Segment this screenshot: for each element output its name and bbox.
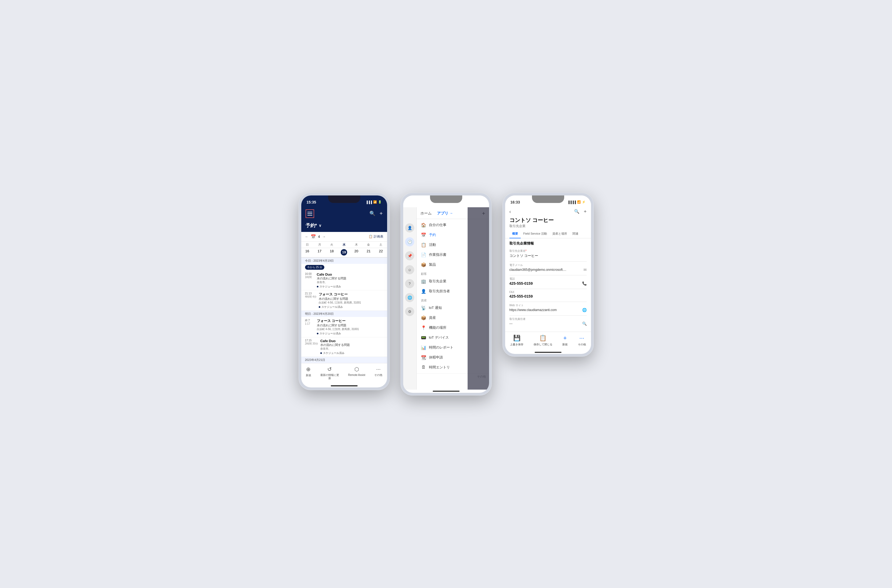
nav-refresh-button[interactable]: ↺ 最新の情報に更新 xyxy=(320,366,339,380)
booking-item[interactable]: 21:13 4時間 4分 フォース コーヒー 水の流れに関する問題 白浜町 4-… xyxy=(301,290,387,311)
email-icon[interactable]: ✉ xyxy=(584,268,587,272)
booking-item[interactable]: 終了 1:17 フォース コーヒー 水の流れに関する問題 白浜町 4-56, 江… xyxy=(301,317,387,337)
nav-new-button[interactable]: ⊕ 新規 xyxy=(306,366,311,380)
menu-item-label: 自分の仕事 xyxy=(429,222,446,227)
title-chevron-icon[interactable]: ∨ xyxy=(319,224,321,228)
phone3-screen: 16:33 ▐▐▐▐ 📶 ⚡ ‹ 🔍 + コントソ コーヒー 取引先企業 xyxy=(505,195,591,354)
add-icon[interactable]: + xyxy=(584,209,587,214)
field-email: 電子メール claudiam365@pmgdemo.onmicrosoft...… xyxy=(509,263,587,272)
calendar-view-toggle[interactable]: 📋 計画表 xyxy=(369,234,383,239)
home-link[interactable]: ホーム xyxy=(420,211,432,216)
sidebar-globe-icon[interactable]: 🌐 xyxy=(405,293,414,302)
booking-time: 終了 1:17 xyxy=(305,318,315,335)
sidebar-smile-icon[interactable]: ☺ xyxy=(405,265,414,274)
leave-menu-icon: 📆 xyxy=(421,355,426,360)
phone3-notch xyxy=(532,195,564,203)
phone3-wifi-icon: 📶 xyxy=(577,200,581,204)
more-button[interactable]: ··· その他 xyxy=(578,334,586,346)
tab-overview[interactable]: 概要 xyxy=(509,230,521,238)
field-label-account-name: 取引先企業名* xyxy=(509,249,587,253)
sidebar-user-icon[interactable]: 👤 xyxy=(405,224,414,232)
sidebar-pin-icon[interactable]: 📌 xyxy=(405,251,414,260)
header-actions: 🔍 + xyxy=(574,209,587,214)
tab-related[interactable]: 関連 xyxy=(570,230,581,238)
account-name: コントソ コーヒー xyxy=(509,217,587,224)
calendar-nav: ← 📅 4 → 📋 計画表 xyxy=(301,232,387,242)
website-icon[interactable]: 🌐 xyxy=(582,308,587,312)
phone2-frame: 👤 🕐 📌 ☺ ? 🌐 ⚙ ホーム アプリ → xyxy=(401,193,492,396)
menu-item-label: 時間エントリ xyxy=(429,365,450,370)
search-icon[interactable]: 🔍 xyxy=(574,209,580,214)
field-value-fax: 425-555-0159 xyxy=(509,294,587,298)
home-indicator xyxy=(331,385,357,386)
calendar-prev-button[interactable]: ← xyxy=(305,235,308,238)
divider xyxy=(509,289,587,289)
dark-overlay xyxy=(468,207,489,390)
date-20[interactable]: 20 xyxy=(350,249,362,255)
calendar-icon: 📅 xyxy=(311,234,316,239)
phone2-menu-screen: 👤 🕐 📌 ☺ ? 🌐 ⚙ ホーム アプリ → xyxy=(403,207,489,390)
phone2-home-indicator xyxy=(433,391,460,392)
menu-item-label: 作業指示書 xyxy=(429,252,446,257)
field-value-phone: 425-555-0159 📞 xyxy=(509,281,587,285)
field-value-website: https://www.claudiamazzanti.com 🌐 xyxy=(509,308,587,312)
sidebar-help-icon[interactable]: ? xyxy=(405,279,414,288)
booking-item[interactable]: 16:00 1時間 Cafe Duo 水の流れに関する問題 奈良市, スケジュー… xyxy=(301,271,387,290)
location-menu-icon: 📍 xyxy=(421,325,426,330)
phone1-battery-icon: 🔋 xyxy=(378,200,382,204)
date-17[interactable]: 17 xyxy=(313,249,326,255)
tab-assets-locations[interactable]: 資産と場所 xyxy=(550,230,570,238)
page-title: 予約* xyxy=(306,222,317,229)
iot-device-menu-icon: 📟 xyxy=(421,335,426,340)
save-close-button[interactable]: 📋 保存して閉じる xyxy=(534,334,553,346)
menu-top-links: ホーム アプリ → xyxy=(420,211,453,216)
date-18[interactable]: 18 xyxy=(326,249,338,255)
phone3-signal-icon: ▐▐▐▐ xyxy=(568,201,576,204)
date-22[interactable]: 22 xyxy=(375,249,387,255)
search-icon[interactable]: 🔍 xyxy=(369,210,375,217)
date-today[interactable]: 19 xyxy=(338,249,350,255)
date-21[interactable]: 21 xyxy=(362,249,375,255)
phone-value: 425-555-0159 xyxy=(509,281,533,285)
menu-item-label: 休暇申請 xyxy=(429,355,443,360)
new-icon: + xyxy=(563,334,567,342)
new-record-button[interactable]: + 新規 xyxy=(562,334,568,346)
day-headers: 日 月 火 水 木 金 土 xyxy=(301,242,387,248)
divider xyxy=(509,315,587,316)
apps-link[interactable]: アプリ → xyxy=(437,211,453,216)
phone3-record-title: コントソ コーヒー 取引先企業 xyxy=(505,217,591,230)
home-menu-icon: 🏠 xyxy=(421,222,426,228)
sidebar-icons: 👤 🕐 📌 ☺ ? 🌐 ⚙ xyxy=(403,207,417,390)
sidebar-settings-icon[interactable]: ⚙ xyxy=(405,307,414,316)
phone-icon[interactable]: 📞 xyxy=(582,281,587,285)
nav-remote-assist-button[interactable]: ⬡ Remote Assist xyxy=(348,366,365,380)
phone1-signal-icon: ▐▐▐ xyxy=(366,201,372,204)
date-16[interactable]: 16 xyxy=(301,249,314,255)
save-overwrite-button[interactable]: 💾 上書き保存 xyxy=(510,334,523,346)
field-account-name: 取引先企業名* コントソ コーヒー xyxy=(509,249,587,258)
nav-more-button[interactable]: ··· その他 xyxy=(374,366,382,380)
website-value: https://www.claudiamazzanti.com xyxy=(509,308,557,312)
save-icon: 💾 xyxy=(513,334,520,342)
menu-line xyxy=(308,212,312,212)
divider xyxy=(509,302,587,302)
back-button[interactable]: ‹ xyxy=(509,209,511,214)
time-report-menu-icon: 📊 xyxy=(421,345,426,350)
tab-field-service[interactable]: Field Service 活動 xyxy=(521,230,550,238)
lookup-icon[interactable]: 🔍 xyxy=(582,321,587,326)
phone1-title-row: 予約* ∨ xyxy=(301,221,387,232)
menu-item-label: 予約 xyxy=(429,232,436,237)
menu-item-label: 機能の場所 xyxy=(429,325,446,330)
hamburger-menu-button[interactable] xyxy=(306,209,314,218)
day-mon: 月 xyxy=(313,243,326,247)
phone1-status-icons: ▐▐▐ 📶 🔋 xyxy=(366,200,381,204)
booking-details: Cafe Duo 水の流れに関する問題 奈良市, スケジュール済み xyxy=(320,339,350,355)
calendar-next-button[interactable]: → xyxy=(322,235,326,238)
sidebar-clock-icon[interactable]: 🕐 xyxy=(405,237,414,246)
booking-time: 16:00 1時間 xyxy=(305,272,315,288)
phone3-time: 16:33 xyxy=(511,200,520,204)
save-close-icon: 📋 xyxy=(539,334,547,342)
tomorrow-section-header: 明日 - 2023年4月20日 xyxy=(301,311,387,317)
add-icon[interactable]: + xyxy=(380,210,383,217)
booking-item[interactable]: 17:15 2時間 30分 Cafe Duo 水の流れに関する問題 奈良市, ス… xyxy=(301,337,387,357)
